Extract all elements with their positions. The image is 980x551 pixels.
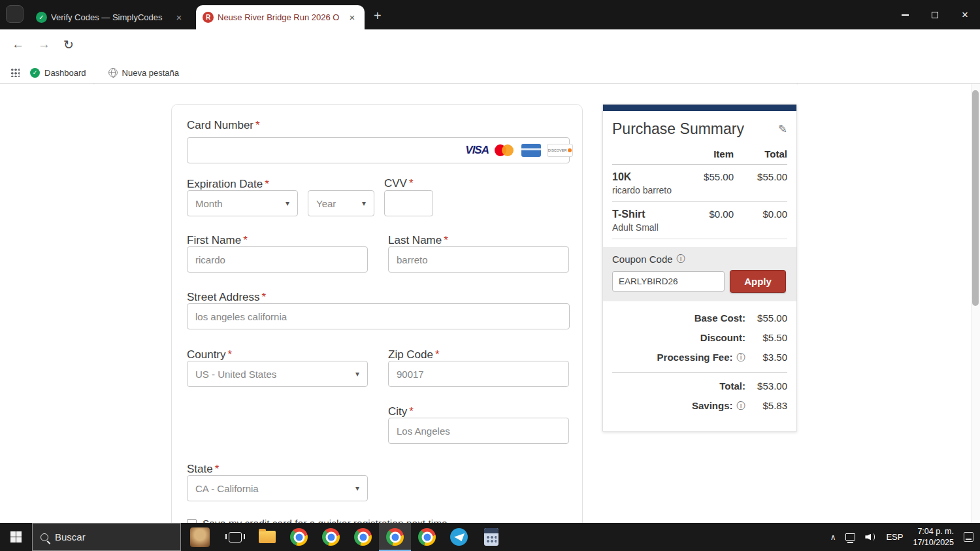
first-name-label: First Name*: [187, 234, 248, 247]
tab-simplycodes[interactable]: ✓ Verify Codes — SimplyCodes ×: [29, 5, 191, 29]
taskbar-clock[interactable]: 7:04 p. m. 17/10/2025: [913, 526, 954, 548]
windows-logo-icon: [10, 531, 22, 543]
search-placeholder: Buscar: [55, 531, 86, 543]
summary-totals: Base Cost: $55.00 Discount: $5.50 Proces…: [612, 308, 787, 416]
windows-taskbar: Buscar ∧ ESP 7:04 p. m. 17/10/2025: [0, 523, 980, 551]
chrome-app-active[interactable]: [379, 523, 411, 551]
zip-input[interactable]: [388, 361, 569, 387]
purchase-summary-card: Purchase Summary ✎ Item Total 10K ricard…: [602, 104, 797, 432]
notification-center-icon[interactable]: [964, 532, 973, 542]
system-tray: ∧ ESP 7:04 p. m. 17/10/2025: [830, 523, 980, 551]
calculator-button[interactable]: [475, 523, 507, 551]
purchase-summary-title: Purchase Summary: [612, 120, 744, 138]
cvv-input[interactable]: [384, 190, 433, 216]
chevron-down-icon: ▾: [362, 199, 366, 208]
zip-label: Zip Code*: [388, 348, 440, 361]
window-menu-icon[interactable]: [6, 5, 24, 23]
payment-form-card: Card Number* VISA DISCOVER Expiration Da…: [171, 104, 583, 523]
expiration-label: Expiration Date*: [187, 178, 269, 191]
network-icon[interactable]: [845, 533, 855, 541]
bookmark-new-tab[interactable]: Nueva pestaña: [108, 68, 179, 78]
tab-runsignup[interactable]: R Neuse River Bridge Run 2026 O ×: [196, 5, 365, 29]
bookmark-dashboard[interactable]: ✓ Dashboard: [30, 68, 86, 78]
simplycodes-favicon: ✓: [36, 12, 47, 23]
info-icon[interactable]: ⓘ: [677, 253, 686, 265]
state-select[interactable]: CA - California▾: [187, 475, 368, 501]
tab-close-icon[interactable]: ×: [346, 12, 358, 23]
chrome-app-1[interactable]: [283, 523, 315, 551]
chrome-icon: [418, 528, 436, 546]
search-icon: [41, 533, 48, 541]
street-input[interactable]: [187, 303, 570, 329]
page-scrollbar[interactable]: [971, 84, 980, 523]
tab-close-icon[interactable]: ×: [173, 12, 185, 23]
savings-row: Savings: ⓘ $5.83: [612, 395, 787, 416]
coupon-input[interactable]: [612, 271, 725, 292]
info-icon[interactable]: ⓘ: [737, 352, 746, 363]
maximize-button[interactable]: [920, 0, 950, 29]
processing-fee-row: Processing Fee: ⓘ $3.50: [612, 347, 787, 367]
back-icon[interactable]: ←: [12, 37, 24, 52]
year-select[interactable]: Year▾: [308, 190, 374, 216]
coupon-section: Coupon Code ⓘ Apply: [603, 247, 796, 301]
chrome-icon: [386, 528, 404, 546]
apps-grid-icon[interactable]: [10, 68, 20, 77]
volume-icon[interactable]: [865, 533, 876, 542]
edit-cart-icon[interactable]: ✎: [778, 122, 787, 136]
chrome-icon: [322, 528, 340, 546]
card-brand-icons: VISA DISCOVER: [465, 137, 573, 163]
new-tab-button[interactable]: +: [374, 9, 382, 22]
coupon-label: Coupon Code ⓘ: [612, 253, 787, 265]
folder-icon: [259, 531, 276, 543]
reload-icon[interactable]: ↻: [63, 37, 74, 52]
minimize-button[interactable]: [890, 0, 920, 29]
apply-coupon-button[interactable]: Apply: [730, 270, 786, 293]
language-indicator[interactable]: ESP: [886, 532, 903, 542]
tab-title: Verify Codes — SimplyCodes: [51, 12, 169, 22]
tray-expand-icon[interactable]: ∧: [830, 533, 836, 542]
chrome-icon: [354, 528, 372, 546]
file-explorer-button[interactable]: [251, 523, 283, 551]
summary-item-row: 10K ricardo barreto $55.00 $55.00: [612, 165, 787, 202]
discount-row: Discount: $5.50: [612, 327, 787, 347]
chevron-down-icon: ▾: [286, 199, 289, 208]
cvv-label: CVV*: [384, 177, 414, 190]
last-name-label: Last Name*: [388, 234, 448, 247]
task-view-button[interactable]: [219, 523, 251, 551]
chrome-app-4[interactable]: [411, 523, 443, 551]
globe-icon: [108, 68, 118, 77]
street-label: Street Address*: [187, 291, 266, 304]
taskbar-image-app[interactable]: [181, 523, 219, 551]
city-input[interactable]: [388, 418, 569, 444]
country-label: Country*: [187, 348, 232, 361]
telegram-icon: [450, 528, 468, 546]
taskbar-search[interactable]: Buscar: [32, 523, 181, 551]
last-name-input[interactable]: [388, 246, 569, 273]
browser-titlebar: ✓ Verify Codes — SimplyCodes × R Neuse R…: [0, 0, 980, 29]
total-row: Total: $53.00: [612, 376, 787, 395]
month-select[interactable]: Month▾: [187, 190, 298, 216]
bookmarks-bar: ✓ Dashboard Nueva pestaña: [0, 62, 980, 84]
save-card-label: Save my credit card for a quicker regist…: [203, 518, 448, 523]
telegram-button[interactable]: [443, 523, 475, 551]
start-button[interactable]: [0, 523, 32, 551]
first-name-input[interactable]: [187, 246, 368, 273]
chevron-down-icon: ▾: [355, 369, 359, 378]
city-label: City*: [388, 405, 414, 418]
window-close-button[interactable]: ×: [950, 0, 980, 29]
save-card-row: Save my credit card for a quicker regist…: [187, 518, 448, 523]
forward-icon[interactable]: →: [38, 37, 50, 52]
country-select[interactable]: US - United States▾: [187, 361, 368, 387]
summary-header-row: Item Total: [612, 148, 787, 165]
info-icon[interactable]: ⓘ: [737, 400, 746, 412]
discover-icon: DISCOVER: [547, 144, 573, 157]
scrollbar-thumb[interactable]: [972, 90, 979, 306]
task-view-icon: [229, 532, 242, 543]
chrome-app-2[interactable]: [315, 523, 347, 551]
visa-icon: VISA: [465, 144, 489, 157]
calculator-icon: [484, 528, 498, 546]
card-number-label: Card Number*: [187, 119, 260, 132]
chrome-icon: [290, 528, 308, 546]
chrome-app-3[interactable]: [347, 523, 379, 551]
state-label: State*: [187, 463, 219, 476]
